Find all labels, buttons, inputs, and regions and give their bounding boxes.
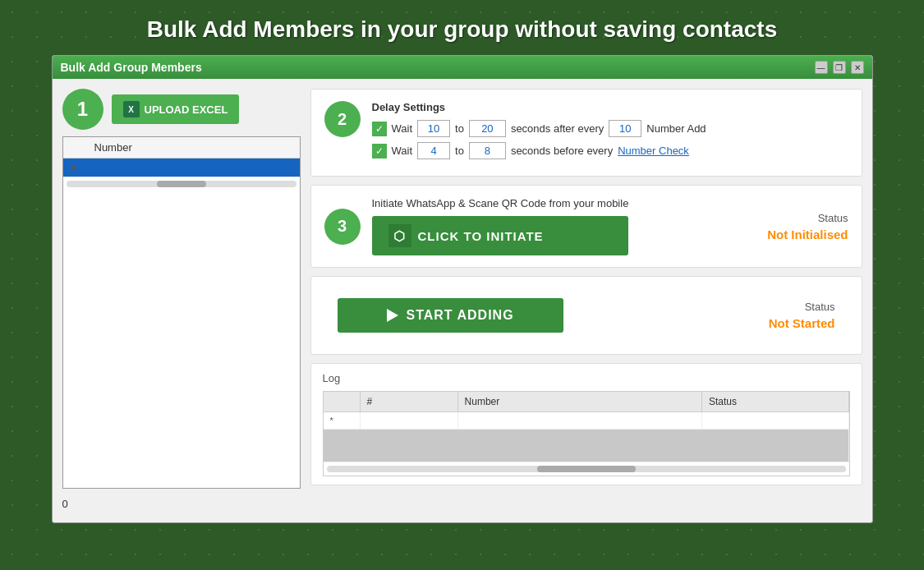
initiate-button-label: CLICK TO INITIATE <box>418 229 544 243</box>
start-adding-label: START ADDING <box>407 308 514 323</box>
table-scrollbar[interactable] <box>67 181 297 187</box>
click-to-initiate-button[interactable]: ⬡ CLICK TO INITIATE <box>372 216 629 255</box>
delay-checkbox-2[interactable]: ✓ <box>372 144 387 159</box>
upload-button-label: UPLOAD EXCEL <box>145 103 228 116</box>
delay-after-label-2: seconds before every <box>511 145 613 157</box>
delay-section-header: 2 Delay Settings ✓ Wait to seconds after… <box>324 101 848 164</box>
delay-to-input-1[interactable] <box>469 120 506 137</box>
step-2-circle: 2 <box>324 101 361 137</box>
delay-link-text[interactable]: Number Check <box>618 145 689 157</box>
initiate-status-label: Status <box>818 212 848 224</box>
app-content: 1 X UPLOAD EXCEL Number <box>53 79 872 522</box>
play-icon <box>387 309 398 322</box>
step-3-circle: 3 <box>324 209 361 245</box>
log-empty-row <box>324 430 849 462</box>
number-table: Number ► <box>63 137 300 177</box>
delay-row-1: ✓ Wait to seconds after every Number Add <box>372 120 848 137</box>
log-table-container: # Number Status * <box>323 391 850 476</box>
data-table-container: Number ► <box>62 136 301 489</box>
row-number-cell <box>88 159 300 177</box>
delay-to-label-1: to <box>455 122 464 135</box>
table-scrollbar-thumb <box>157 181 206 187</box>
table-row[interactable]: ► <box>63 159 300 177</box>
delay-settings-card: 2 Delay Settings ✓ Wait to seconds after… <box>310 89 862 177</box>
right-panel: 2 Delay Settings ✓ Wait to seconds after… <box>310 89 862 513</box>
delay-row-2: ✓ Wait to seconds before every Number Ch… <box>372 142 848 159</box>
initiate-left: 3 Initiate WhatsApp & Scane QR Code from… <box>324 197 629 255</box>
excel-icon: X <box>123 101 140 117</box>
step-upload-row: 1 X UPLOAD EXCEL <box>62 89 301 130</box>
log-title: Log <box>323 372 850 384</box>
log-row-number <box>457 412 701 430</box>
start-adding-card: START ADDING Status Not Started <box>310 276 862 355</box>
initiate-status-area: Status Not Initialised <box>767 212 848 241</box>
delay-every-input-1[interactable] <box>609 120 641 137</box>
delay-section-body: Delay Settings ✓ Wait to seconds after e… <box>372 101 848 164</box>
start-status-value: Not Started <box>769 316 835 330</box>
upload-excel-button[interactable]: X UPLOAD EXCEL <box>112 94 240 124</box>
close-button[interactable]: ✕ <box>851 61 864 74</box>
title-bar: Bulk Add Group Members — ❐ ✕ <box>53 56 872 79</box>
start-status-area: Status Not Started <box>769 301 835 330</box>
log-col-hash-header: # <box>360 392 457 412</box>
restore-button[interactable]: ❐ <box>833 61 846 74</box>
minimize-button[interactable]: — <box>815 61 828 74</box>
col-indicator-header <box>63 137 88 159</box>
delay-to-input-2[interactable] <box>469 142 506 159</box>
row-count: 0 <box>62 495 301 513</box>
left-panel: 1 X UPLOAD EXCEL Number <box>62 89 301 513</box>
log-scrollbar[interactable] <box>327 466 846 472</box>
delay-from-input-2[interactable] <box>417 142 450 159</box>
step-1-circle: 1 <box>62 89 103 130</box>
delay-end-label-1: Number Add <box>646 122 706 135</box>
log-row: * <box>324 412 849 430</box>
app-window: Bulk Add Group Members — ❐ ✕ 1 X UPLOAD … <box>52 55 873 523</box>
log-col-num-header <box>324 392 361 412</box>
initiate-status-value: Not Initialised <box>767 228 848 241</box>
log-col-number-header: Number <box>457 392 701 412</box>
page-title: Bulk Add Members in your group without s… <box>147 16 777 43</box>
initiate-content: Initiate WhatsApp & Scane QR Code from y… <box>372 197 629 255</box>
title-bar-controls: — ❐ ✕ <box>815 61 864 74</box>
start-adding-button[interactable]: START ADDING <box>338 298 563 333</box>
col-number-header: Number <box>88 137 300 159</box>
delay-wait-label-1: Wait <box>392 122 413 135</box>
initiate-card: 3 Initiate WhatsApp & Scane QR Code from… <box>310 185 862 268</box>
log-row-status <box>702 412 848 430</box>
delay-checkbox-1[interactable]: ✓ <box>372 122 387 136</box>
log-row-indicator: * <box>324 412 361 430</box>
initiate-icon: ⬡ <box>388 224 411 247</box>
start-status-label: Status <box>805 301 835 313</box>
title-bar-text: Bulk Add Group Members <box>61 61 202 74</box>
delay-section-title: Delay Settings <box>372 101 848 113</box>
log-row-hash <box>360 412 457 430</box>
delay-from-input-1[interactable] <box>417 120 450 137</box>
log-section: Log # Number Status <box>310 363 862 485</box>
log-table: # Number Status * <box>324 392 849 462</box>
delay-wait-label-2: Wait <box>392 145 413 157</box>
log-scrollbar-thumb <box>537 466 636 472</box>
start-section: START ADDING Status Not Started <box>324 288 848 342</box>
log-col-status-header: Status <box>702 392 848 412</box>
row-indicator: ► <box>63 159 88 177</box>
initiate-description: Initiate WhatsApp & Scane QR Code from y… <box>372 197 629 209</box>
delay-after-label-1: seconds after every <box>511 122 604 135</box>
initiate-section: 3 Initiate WhatsApp & Scane QR Code from… <box>324 197 848 255</box>
delay-to-label-2: to <box>455 145 464 157</box>
